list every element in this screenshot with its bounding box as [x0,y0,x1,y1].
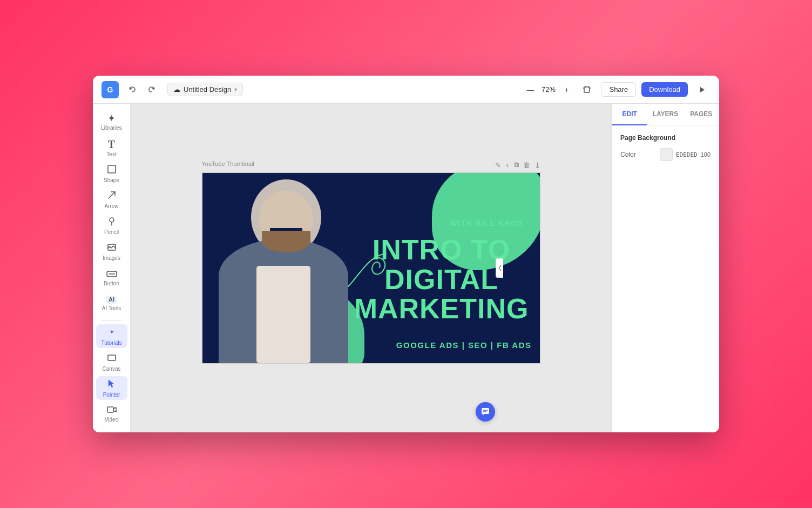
canvas-frame[interactable]: WITH BILL KROS INTRO TO DIGITAL MARKETIN… [202,172,540,364]
svg-rect-0 [584,87,590,92]
person-shirt [256,266,310,363]
sidebar-label-pointer: Pointer [103,392,120,398]
main-content: ✦ Libraries T Text Shape [93,104,719,432]
svg-rect-19 [482,408,489,414]
panel-content: Page Background Color EDEDED 100 [612,125,719,432]
sidebar-label-button: Button [104,280,119,286]
svg-rect-6 [108,165,116,173]
zoom-value[interactable]: 72% [539,85,558,93]
cloud-icon: ☁ [173,85,180,93]
app-window: G ☁ Untitled Design ▾ — [93,76,719,432]
design-title-text: Untitled Design [184,85,231,93]
sidebar-label-arrow: Arrow [104,203,118,209]
panel-tabs: EDIT LAYERS PAGES [612,104,719,125]
sidebar-item-shape[interactable]: Shape [96,162,127,186]
color-row: Color EDEDED 100 [620,148,710,161]
video-icon [107,405,117,415]
canvas-icon [107,353,117,364]
person-silhouette [208,179,359,363]
with-bill-text: WITH BILL KROS [450,219,524,228]
svg-rect-16 [107,407,113,412]
zoom-controls: — 72% + [524,83,573,96]
thumbnail-design: WITH BILL KROS INTRO TO DIGITAL MARKETIN… [202,173,540,363]
arrow-icon [107,190,117,202]
sidebar-divider [101,320,123,320]
title-line3: MARKETING [354,294,529,324]
undo-button[interactable] [125,82,140,97]
left-sidebar: ✦ Libraries T Text Shape [93,104,131,432]
sidebar-item-text[interactable]: T Text [96,136,127,160]
color-value[interactable]: EDEDED [676,151,698,158]
history-actions [125,82,159,97]
zoom-out-button[interactable]: — [524,83,537,96]
color-label: Color [620,151,636,158]
sidebar-item-video[interactable]: Video [96,402,127,426]
opacity-value[interactable]: 100 [701,151,710,158]
svg-point-8 [110,218,114,222]
tutorials-icon [107,327,117,338]
download-button[interactable]: Download [641,82,688,97]
redo-button[interactable] [144,82,159,97]
panel-section-title: Page Background [620,134,710,142]
canvas-area: YouTube Thumbnail ✎ + ⧉ 🗑 ⤓ [131,104,611,432]
play-button[interactable] [693,81,710,98]
svg-rect-15 [108,355,116,360]
tab-layers[interactable]: LAYERS [647,104,683,125]
sidebar-label-shape: Shape [104,177,119,183]
sidebar-item-pencil[interactable]: Pencil [96,214,127,238]
color-control: EDEDED 100 [660,148,710,161]
sidebar-label-text: Text [106,151,116,157]
frame-edit-button[interactable]: ✎ [495,161,501,169]
sidebar-label-tutorials: Tutorials [102,340,122,346]
ai-tools-icon: AI [106,296,117,304]
svg-marker-5 [700,87,705,92]
sidebar-item-pointer[interactable]: Pointer [96,376,127,400]
title-chevron-icon: ▾ [234,86,237,92]
frame-delete-button[interactable]: 🗑 [523,161,530,169]
frame-label: YouTube Thumbnail [202,161,254,167]
libraries-icon: ✦ [107,113,116,123]
fit-screen-button[interactable] [578,81,596,98]
button-icon [106,269,117,279]
frame-download-button[interactable]: ⤓ [534,161,540,169]
panel-collapse-handle[interactable] [496,258,503,278]
sidebar-item-canvas[interactable]: Canvas [96,350,127,374]
sidebar-item-libraries[interactable]: ✦ Libraries [96,110,127,134]
tab-pages[interactable]: PAGES [684,104,719,125]
color-swatch[interactable] [660,148,673,161]
chat-bubble-button[interactable] [476,402,495,422]
person-beard [262,231,310,252]
logo-button[interactable]: G [102,81,119,98]
images-icon [107,242,117,253]
sidebar-label-ai-tools: AI Tools [102,305,121,311]
text-icon: T [108,139,115,150]
sidebar-item-tutorials[interactable]: Tutorials [96,324,127,348]
shape-icon [107,164,117,176]
zoom-in-button[interactable]: + [560,83,573,96]
svg-marker-20 [483,414,484,416]
top-bar: G ☁ Untitled Design ▾ — [93,76,719,104]
sidebar-item-button[interactable]: Button [96,266,127,290]
canvas-wrapper: YouTube Thumbnail ✎ + ⧉ 🗑 ⤓ [202,172,540,364]
sidebar-label-pencil: Pencil [104,229,119,235]
sub-text: GOOGLE ADS | SEO | FB ADS [396,340,532,350]
pencil-icon [107,216,117,228]
sidebar-label-libraries: Libraries [101,125,121,131]
frame-controls: ✎ + ⧉ 🗑 ⤓ [495,161,540,169]
tab-edit[interactable]: EDIT [612,104,647,125]
sidebar-item-images[interactable]: Images [96,240,127,264]
sidebar-label-video: Video [105,417,118,423]
sidebar-label-images: Images [103,255,120,261]
sidebar-item-ai-tools[interactable]: AI AI Tools [96,292,127,316]
top-bar-right: — 72% + Share Download [524,81,710,98]
frame-add-button[interactable]: + [505,161,510,169]
pointer-icon [107,379,116,390]
sidebar-item-arrow[interactable]: Arrow [96,188,127,212]
share-button[interactable]: Share [601,82,636,97]
design-title[interactable]: ☁ Untitled Design ▾ [167,83,243,96]
right-panel: EDIT LAYERS PAGES Page Background Color … [611,104,719,432]
svg-line-7 [109,192,115,198]
sidebar-label-canvas: Canvas [103,366,121,372]
frame-copy-button[interactable]: ⧉ [514,161,519,169]
main-title: INTRO TO DIGITAL MARKETING [354,235,529,324]
